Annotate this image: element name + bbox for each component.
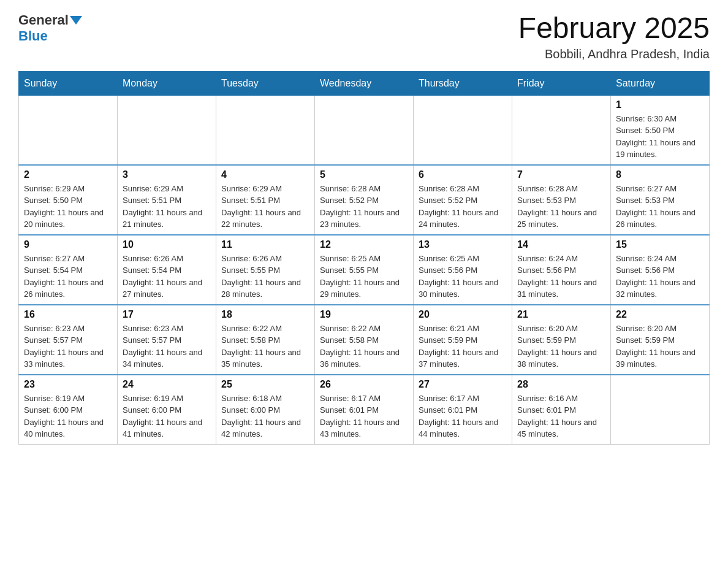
day-info: Sunrise: 6:20 AM Sunset: 5:59 PM Dayligh… (616, 323, 704, 370)
calendar-cell: 11Sunrise: 6:26 AM Sunset: 5:55 PM Dayli… (216, 235, 315, 305)
calendar-cell (315, 95, 414, 165)
day-info: Sunrise: 6:17 AM Sunset: 6:01 PM Dayligh… (419, 393, 507, 440)
day-number: 19 (320, 309, 408, 320)
day-info: Sunrise: 6:29 AM Sunset: 5:50 PM Dayligh… (24, 183, 112, 231)
day-number: 25 (221, 379, 309, 390)
calendar-cell: 20Sunrise: 6:21 AM Sunset: 5:59 PM Dayli… (414, 305, 512, 375)
calendar-cell: 17Sunrise: 6:23 AM Sunset: 5:57 PM Dayli… (118, 305, 216, 375)
header-friday: Friday (512, 71, 611, 95)
day-number: 10 (123, 239, 211, 250)
day-number: 27 (419, 379, 507, 390)
calendar-cell: 22Sunrise: 6:20 AM Sunset: 5:59 PM Dayli… (611, 305, 710, 375)
day-number: 16 (24, 309, 112, 320)
calendar-cell: 23Sunrise: 6:19 AM Sunset: 6:00 PM Dayli… (19, 375, 118, 445)
header-monday: Monday (118, 71, 216, 95)
calendar-body: 1Sunrise: 6:30 AM Sunset: 5:50 PM Daylig… (19, 95, 710, 444)
day-info: Sunrise: 6:26 AM Sunset: 5:55 PM Dayligh… (221, 253, 309, 301)
calendar-cell: 10Sunrise: 6:26 AM Sunset: 5:54 PM Dayli… (118, 235, 216, 305)
day-number: 11 (221, 239, 309, 250)
calendar-cell: 1Sunrise: 6:30 AM Sunset: 5:50 PM Daylig… (611, 95, 710, 165)
calendar-cell: 2Sunrise: 6:29 AM Sunset: 5:50 PM Daylig… (19, 165, 118, 235)
day-number: 24 (123, 379, 211, 390)
day-info: Sunrise: 6:25 AM Sunset: 5:56 PM Dayligh… (419, 253, 507, 301)
header-saturday: Saturday (611, 71, 710, 95)
day-number: 12 (320, 239, 408, 250)
day-info: Sunrise: 6:28 AM Sunset: 5:52 PM Dayligh… (320, 183, 408, 231)
calendar-week-row: 1Sunrise: 6:30 AM Sunset: 5:50 PM Daylig… (19, 95, 710, 165)
day-info: Sunrise: 6:28 AM Sunset: 5:53 PM Dayligh… (517, 183, 605, 231)
day-number: 21 (517, 309, 605, 320)
calendar-cell: 21Sunrise: 6:20 AM Sunset: 5:59 PM Dayli… (512, 305, 611, 375)
calendar-cell: 8Sunrise: 6:27 AM Sunset: 5:53 PM Daylig… (611, 165, 710, 235)
calendar-cell (19, 95, 118, 165)
calendar-cell: 27Sunrise: 6:17 AM Sunset: 6:01 PM Dayli… (414, 375, 512, 445)
calendar-cell: 15Sunrise: 6:24 AM Sunset: 5:56 PM Dayli… (611, 235, 710, 305)
logo-arrow-icon (70, 16, 82, 25)
calendar-week-row: 16Sunrise: 6:23 AM Sunset: 5:57 PM Dayli… (19, 305, 710, 375)
day-info: Sunrise: 6:16 AM Sunset: 6:01 PM Dayligh… (517, 393, 605, 440)
day-number: 4 (221, 169, 309, 180)
calendar-cell (611, 375, 710, 445)
day-number: 23 (24, 379, 112, 390)
calendar-cell: 7Sunrise: 6:28 AM Sunset: 5:53 PM Daylig… (512, 165, 611, 235)
header-tuesday: Tuesday (216, 71, 315, 95)
day-info: Sunrise: 6:23 AM Sunset: 5:57 PM Dayligh… (123, 323, 211, 370)
day-number: 18 (221, 309, 309, 320)
calendar-cell: 5Sunrise: 6:28 AM Sunset: 5:52 PM Daylig… (315, 165, 414, 235)
calendar-week-row: 23Sunrise: 6:19 AM Sunset: 6:00 PM Dayli… (19, 375, 710, 445)
calendar-cell: 19Sunrise: 6:22 AM Sunset: 5:58 PM Dayli… (315, 305, 414, 375)
calendar-header: Sunday Monday Tuesday Wednesday Thursday… (19, 71, 710, 95)
calendar-cell: 24Sunrise: 6:19 AM Sunset: 6:00 PM Dayli… (118, 375, 216, 445)
day-info: Sunrise: 6:29 AM Sunset: 5:51 PM Dayligh… (221, 183, 309, 231)
header-sunday: Sunday (19, 71, 118, 95)
header-thursday: Thursday (414, 71, 512, 95)
calendar-cell: 28Sunrise: 6:16 AM Sunset: 6:01 PM Dayli… (512, 375, 611, 445)
day-info: Sunrise: 6:20 AM Sunset: 5:59 PM Dayligh… (517, 323, 605, 370)
day-number: 1 (616, 99, 704, 110)
svg-marker-0 (70, 16, 82, 25)
logo: General Blue (18, 12, 82, 44)
day-number: 20 (419, 309, 507, 320)
calendar-cell (118, 95, 216, 165)
day-info: Sunrise: 6:29 AM Sunset: 5:51 PM Dayligh… (123, 183, 211, 231)
day-number: 26 (320, 379, 408, 390)
calendar-cell: 4Sunrise: 6:29 AM Sunset: 5:51 PM Daylig… (216, 165, 315, 235)
calendar-cell: 16Sunrise: 6:23 AM Sunset: 5:57 PM Dayli… (19, 305, 118, 375)
day-number: 15 (616, 239, 704, 250)
calendar-cell: 9Sunrise: 6:27 AM Sunset: 5:54 PM Daylig… (19, 235, 118, 305)
day-info: Sunrise: 6:24 AM Sunset: 5:56 PM Dayligh… (616, 253, 704, 301)
day-number: 17 (123, 309, 211, 320)
days-of-week-row: Sunday Monday Tuesday Wednesday Thursday… (19, 71, 710, 95)
calendar-cell: 12Sunrise: 6:25 AM Sunset: 5:55 PM Dayli… (315, 235, 414, 305)
day-number: 7 (517, 169, 605, 180)
calendar-cell (216, 95, 315, 165)
location-subtitle: Bobbili, Andhra Pradesh, India (518, 47, 710, 61)
day-info: Sunrise: 6:27 AM Sunset: 5:53 PM Dayligh… (616, 183, 704, 231)
calendar-week-row: 2Sunrise: 6:29 AM Sunset: 5:50 PM Daylig… (19, 165, 710, 235)
day-info: Sunrise: 6:23 AM Sunset: 5:57 PM Dayligh… (24, 323, 112, 370)
day-info: Sunrise: 6:22 AM Sunset: 5:58 PM Dayligh… (221, 323, 309, 370)
calendar-cell: 18Sunrise: 6:22 AM Sunset: 5:58 PM Dayli… (216, 305, 315, 375)
day-info: Sunrise: 6:19 AM Sunset: 6:00 PM Dayligh… (24, 393, 112, 440)
page-header: General Blue February 2025 Bobbili, Andh… (18, 12, 710, 61)
day-info: Sunrise: 6:26 AM Sunset: 5:54 PM Dayligh… (123, 253, 211, 301)
title-section: February 2025 Bobbili, Andhra Pradesh, I… (518, 12, 710, 61)
day-info: Sunrise: 6:17 AM Sunset: 6:01 PM Dayligh… (320, 393, 408, 440)
day-info: Sunrise: 6:27 AM Sunset: 5:54 PM Dayligh… (24, 253, 112, 301)
logo-general-text: General (18, 12, 69, 28)
day-number: 2 (24, 169, 112, 180)
day-info: Sunrise: 6:25 AM Sunset: 5:55 PM Dayligh… (320, 253, 408, 301)
header-wednesday: Wednesday (315, 71, 414, 95)
calendar-cell: 14Sunrise: 6:24 AM Sunset: 5:56 PM Dayli… (512, 235, 611, 305)
day-number: 14 (517, 239, 605, 250)
day-info: Sunrise: 6:19 AM Sunset: 6:00 PM Dayligh… (123, 393, 211, 440)
month-title: February 2025 (518, 12, 710, 45)
day-info: Sunrise: 6:18 AM Sunset: 6:00 PM Dayligh… (221, 393, 309, 440)
calendar-cell (414, 95, 512, 165)
day-number: 28 (517, 379, 605, 390)
day-number: 6 (419, 169, 507, 180)
logo-blue-text: Blue (18, 28, 82, 44)
day-number: 3 (123, 169, 211, 180)
day-info: Sunrise: 6:30 AM Sunset: 5:50 PM Dayligh… (616, 113, 704, 161)
day-number: 5 (320, 169, 408, 180)
